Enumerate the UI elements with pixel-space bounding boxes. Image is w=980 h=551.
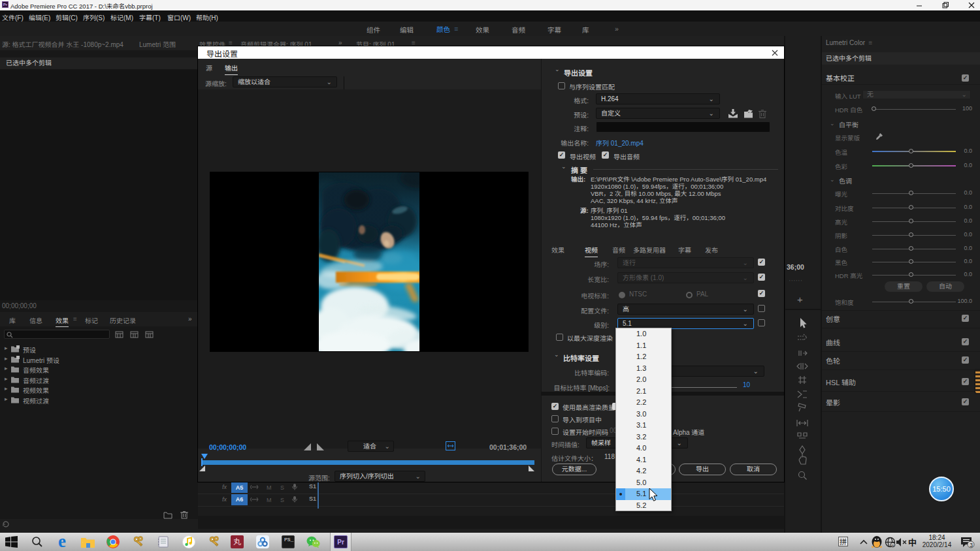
svg-text:S: S (280, 484, 284, 491)
svg-text:M: M (267, 484, 272, 491)
svg-text:w: w (892, 543, 894, 547)
svg-text:S: S (280, 497, 284, 503)
svg-text:M: M (267, 497, 272, 503)
svg-text:3: 3 (970, 542, 973, 548)
